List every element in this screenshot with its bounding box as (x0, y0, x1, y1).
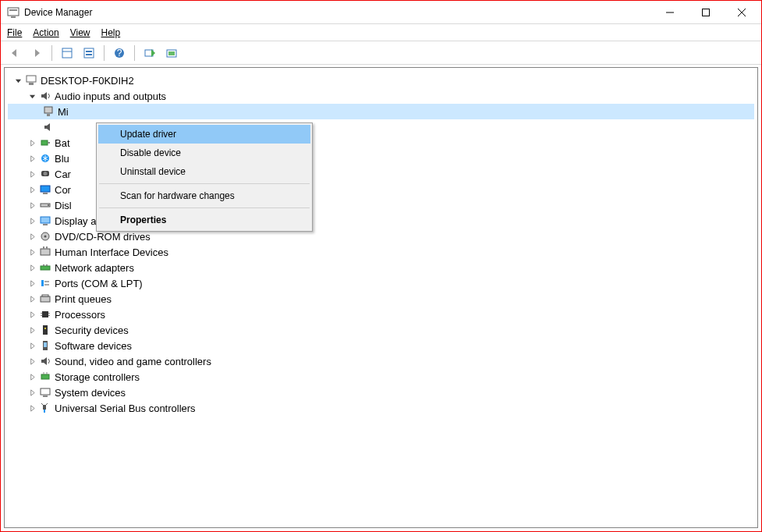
chevron-right-icon[interactable] (27, 231, 37, 242)
tree-category-label: Bat (55, 137, 70, 149)
microphone-icon (42, 105, 55, 118)
menu-action[interactable]: Action (33, 27, 58, 38)
maximize-button[interactable] (688, 1, 724, 24)
chevron-right-icon[interactable] (27, 403, 37, 413)
svg-rect-54 (43, 395, 48, 397)
svg-rect-41 (41, 296, 50, 302)
chevron-down-icon[interactable] (27, 90, 37, 101)
toolbar-separator (51, 45, 52, 61)
chevron-right-icon[interactable] (27, 278, 37, 289)
svg-rect-43 (42, 311, 48, 317)
chevron-right-icon[interactable] (27, 325, 37, 335)
tree-category-label: Print queues (55, 293, 112, 305)
svg-rect-51 (44, 342, 47, 347)
svg-rect-39 (46, 264, 48, 266)
tree-category[interactable]: Processors (8, 307, 754, 322)
computer-icon (25, 74, 37, 87)
window-title: Device Manager (24, 7, 92, 18)
tree-category[interactable]: Ports (COM & LPT) (8, 275, 754, 291)
svg-rect-1 (9, 9, 17, 11)
toolbar-separator (104, 45, 105, 61)
svg-rect-47 (48, 315, 50, 316)
scan-hardware-button[interactable] (140, 44, 159, 62)
update-driver-toolbar-button[interactable] (162, 44, 181, 62)
device-icon (39, 277, 51, 289)
help-toolbar-button[interactable]: ? (110, 44, 129, 62)
chevron-right-icon[interactable] (27, 356, 37, 367)
svg-rect-11 (86, 54, 92, 55)
svg-rect-34 (41, 249, 50, 255)
ctx-scan-hardware[interactable]: Scan for hardware changes (98, 186, 310, 205)
tree-category-label: Network adapters (55, 262, 134, 274)
svg-rect-26 (41, 186, 50, 192)
tree-category-label: Human Interface Devices (55, 246, 168, 258)
ctx-item-label: Update driver (120, 129, 176, 140)
ctx-properties[interactable]: Properties (98, 211, 310, 229)
ctx-uninstall-device[interactable]: Uninstall device (98, 162, 310, 181)
ctx-item-label: Uninstall device (120, 166, 186, 177)
tree-category-label: Security devices (55, 325, 129, 336)
svg-rect-37 (41, 266, 50, 270)
chevron-right-icon[interactable] (27, 184, 37, 195)
tree-category-audio[interactable]: Audio inputs and outputs (8, 88, 754, 104)
svg-rect-7 (62, 48, 72, 58)
svg-rect-20 (47, 114, 50, 116)
device-icon (39, 261, 51, 274)
svg-rect-2 (11, 16, 16, 18)
chevron-right-icon[interactable] (27, 262, 37, 273)
tree-item-label: Mi (58, 106, 69, 118)
chevron-right-icon[interactable] (27, 293, 37, 304)
tree-root-label: DESKTOP-F0KDIH2 (41, 75, 134, 87)
tree-root[interactable]: DESKTOP-F0KDIH2 (8, 73, 754, 88)
tree-item-microphone[interactable]: Mi (8, 104, 754, 119)
svg-rect-27 (43, 193, 48, 194)
chevron-right-icon[interactable] (27, 200, 37, 211)
minimize-button[interactable] (652, 1, 688, 24)
tree-category[interactable]: Sound, video and game controllers (8, 353, 754, 369)
window-frame: Device Manager File Action View Help ? (0, 0, 762, 532)
chevron-right-icon[interactable] (27, 215, 37, 226)
device-icon (39, 152, 51, 165)
properties-toolbar-button[interactable] (80, 44, 98, 62)
chevron-right-icon[interactable] (27, 246, 37, 257)
tree-category[interactable]: Print queues (8, 291, 754, 307)
ctx-separator (99, 207, 310, 208)
ctx-item-label: Disable device (120, 147, 181, 158)
chevron-right-icon[interactable] (27, 168, 37, 179)
svg-rect-31 (43, 224, 48, 225)
tree-category[interactable]: Security devices (8, 322, 754, 338)
chevron-right-icon[interactable] (27, 387, 37, 398)
svg-rect-40 (41, 280, 44, 286)
ctx-disable-device[interactable]: Disable device (98, 144, 310, 162)
device-icon (39, 183, 51, 196)
chevron-right-icon[interactable] (27, 153, 37, 164)
svg-rect-17 (27, 76, 36, 82)
tree-category[interactable]: Storage controllers (8, 369, 754, 385)
chevron-right-icon[interactable] (27, 340, 37, 351)
menu-help[interactable]: Help (101, 27, 121, 38)
menu-view[interactable]: View (70, 27, 90, 38)
chevron-right-icon[interactable] (27, 309, 37, 320)
tree-category[interactable]: Human Interface Devices (8, 244, 754, 260)
ctx-update-driver[interactable]: Update driver (98, 125, 310, 144)
menu-file[interactable]: File (7, 27, 22, 38)
chevron-right-icon[interactable] (27, 371, 37, 382)
tree-category[interactable]: Network adapters (8, 260, 754, 275)
svg-rect-45 (41, 315, 42, 316)
device-icon (39, 293, 51, 305)
tree-category[interactable]: System devices (8, 385, 754, 400)
forward-button[interactable] (27, 44, 46, 62)
chevron-down-icon[interactable] (12, 75, 23, 86)
tree-category[interactable]: Software devices (8, 338, 754, 353)
close-button[interactable] (724, 1, 760, 24)
device-icon (39, 324, 51, 336)
tree-category-label: System devices (55, 387, 126, 399)
tree-category[interactable]: Universal Serial Bus controllers (8, 400, 754, 416)
chevron-right-icon[interactable] (27, 137, 37, 148)
ctx-item-label: Properties (120, 215, 166, 225)
tree-category-label: Ports (COM & LPT) (55, 278, 143, 289)
back-button[interactable] (5, 44, 24, 62)
show-hide-tree-button[interactable] (58, 44, 76, 62)
tree-category-label: Disl (55, 200, 72, 211)
svg-rect-44 (41, 313, 42, 314)
